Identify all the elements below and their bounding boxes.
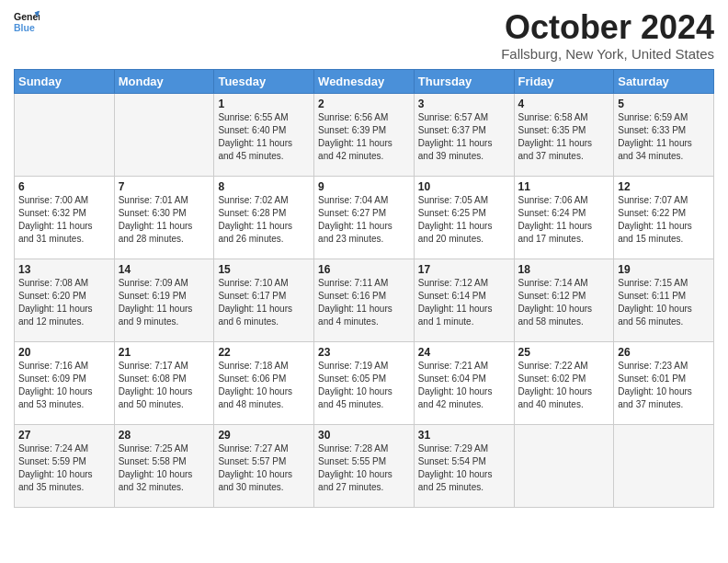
col-saturday: Saturday xyxy=(614,69,714,93)
day-number: 14 xyxy=(119,263,210,276)
logo: General Blue xyxy=(14,9,40,35)
day-number: 22 xyxy=(218,346,310,359)
day-number: 5 xyxy=(618,98,710,110)
calendar-cell: 26 Sunrise: 7:23 AMSunset: 6:01 PMDaylig… xyxy=(614,341,714,424)
day-info: Sunrise: 7:27 AMSunset: 5:57 PMDaylight:… xyxy=(218,443,292,492)
day-info: Sunrise: 6:59 AMSunset: 6:33 PMDaylight:… xyxy=(618,112,692,161)
day-info: Sunrise: 7:12 AMSunset: 6:14 PMDaylight:… xyxy=(418,278,493,327)
calendar-cell: 30 Sunrise: 7:28 AMSunset: 5:55 PMDaylig… xyxy=(314,424,415,507)
page: General Blue October 2024 Fallsburg, New… xyxy=(0,0,728,563)
day-info: Sunrise: 7:07 AMSunset: 6:22 PMDaylight:… xyxy=(618,195,692,244)
title-block: October 2024 Fallsburg, New York, United… xyxy=(501,9,714,62)
header: General Blue October 2024 Fallsburg, New… xyxy=(14,9,714,62)
day-info: Sunrise: 7:25 AMSunset: 5:58 PMDaylight:… xyxy=(119,443,193,492)
calendar-cell xyxy=(114,93,214,176)
day-number: 29 xyxy=(218,429,310,442)
day-info: Sunrise: 7:08 AMSunset: 6:20 PMDaylight:… xyxy=(18,278,93,327)
day-number: 25 xyxy=(518,346,610,359)
day-number: 13 xyxy=(18,263,110,276)
calendar-cell: 27 Sunrise: 7:24 AMSunset: 5:59 PMDaylig… xyxy=(15,424,115,507)
day-number: 15 xyxy=(218,263,310,276)
calendar-cell: 13 Sunrise: 7:08 AMSunset: 6:20 PMDaylig… xyxy=(15,259,115,341)
calendar-cell: 18 Sunrise: 7:14 AMSunset: 6:12 PMDaylig… xyxy=(514,259,614,341)
day-info: Sunrise: 7:29 AMSunset: 5:54 PMDaylight:… xyxy=(418,443,493,492)
calendar-cell: 28 Sunrise: 7:25 AMSunset: 5:58 PMDaylig… xyxy=(114,424,214,507)
calendar-cell: 29 Sunrise: 7:27 AMSunset: 5:57 PMDaylig… xyxy=(214,424,314,507)
calendar-cell: 9 Sunrise: 7:04 AMSunset: 6:27 PMDayligh… xyxy=(314,176,415,259)
calendar-cell: 11 Sunrise: 7:06 AMSunset: 6:24 PMDaylig… xyxy=(514,176,614,259)
day-number: 19 xyxy=(618,263,710,276)
day-info: Sunrise: 7:22 AMSunset: 6:02 PMDaylight:… xyxy=(518,361,593,409)
day-number: 27 xyxy=(18,429,110,442)
calendar-cell: 2 Sunrise: 6:56 AMSunset: 6:39 PMDayligh… xyxy=(314,93,415,176)
day-info: Sunrise: 7:09 AMSunset: 6:19 PMDaylight:… xyxy=(119,278,193,327)
calendar-cell: 22 Sunrise: 7:18 AMSunset: 6:06 PMDaylig… xyxy=(214,341,314,424)
calendar-week-3: 13 Sunrise: 7:08 AMSunset: 6:20 PMDaylig… xyxy=(15,259,714,341)
day-info: Sunrise: 7:05 AMSunset: 6:25 PMDaylight:… xyxy=(418,195,493,244)
day-info: Sunrise: 6:58 AMSunset: 6:35 PMDaylight:… xyxy=(518,112,593,161)
day-number: 16 xyxy=(318,263,410,276)
calendar-cell: 1 Sunrise: 6:55 AMSunset: 6:40 PMDayligh… xyxy=(214,93,314,176)
calendar-body: 1 Sunrise: 6:55 AMSunset: 6:40 PMDayligh… xyxy=(15,93,714,507)
day-info: Sunrise: 7:10 AMSunset: 6:17 PMDaylight:… xyxy=(218,278,292,327)
day-info: Sunrise: 7:14 AMSunset: 6:12 PMDaylight:… xyxy=(518,278,593,327)
day-number: 11 xyxy=(518,180,610,193)
day-info: Sunrise: 7:11 AMSunset: 6:16 PMDaylight:… xyxy=(318,278,392,327)
day-info: Sunrise: 7:19 AMSunset: 6:05 PMDaylight:… xyxy=(318,361,392,409)
day-info: Sunrise: 7:28 AMSunset: 5:55 PMDaylight:… xyxy=(318,443,392,492)
calendar-cell: 24 Sunrise: 7:21 AMSunset: 6:04 PMDaylig… xyxy=(414,341,514,424)
day-info: Sunrise: 7:06 AMSunset: 6:24 PMDaylight:… xyxy=(518,195,593,244)
calendar-cell: 31 Sunrise: 7:29 AMSunset: 5:54 PMDaylig… xyxy=(414,424,514,507)
col-thursday: Thursday xyxy=(414,69,514,93)
day-info: Sunrise: 7:04 AMSunset: 6:27 PMDaylight:… xyxy=(318,195,392,244)
day-number: 1 xyxy=(218,98,310,110)
day-number: 28 xyxy=(119,429,210,442)
day-number: 30 xyxy=(318,429,410,442)
calendar-cell: 20 Sunrise: 7:16 AMSunset: 6:09 PMDaylig… xyxy=(15,341,115,424)
day-info: Sunrise: 7:00 AMSunset: 6:32 PMDaylight:… xyxy=(18,195,93,244)
calendar-cell: 23 Sunrise: 7:19 AMSunset: 6:05 PMDaylig… xyxy=(314,341,415,424)
day-number: 21 xyxy=(119,346,210,359)
day-info: Sunrise: 6:57 AMSunset: 6:37 PMDaylight:… xyxy=(418,112,493,161)
calendar-table: Sunday Monday Tuesday Wednesday Thursday… xyxy=(14,69,714,508)
day-number: 6 xyxy=(18,180,110,193)
day-number: 10 xyxy=(418,180,510,193)
day-info: Sunrise: 7:23 AMSunset: 6:01 PMDaylight:… xyxy=(618,361,692,409)
calendar-title: October 2024 xyxy=(501,9,714,46)
day-number: 17 xyxy=(418,263,510,276)
day-number: 26 xyxy=(618,346,710,359)
calendar-cell: 4 Sunrise: 6:58 AMSunset: 6:35 PMDayligh… xyxy=(514,93,614,176)
day-info: Sunrise: 7:21 AMSunset: 6:04 PMDaylight:… xyxy=(418,361,493,409)
svg-text:Blue: Blue xyxy=(14,22,35,33)
day-info: Sunrise: 7:15 AMSunset: 6:11 PMDaylight:… xyxy=(618,278,692,327)
calendar-header: Sunday Monday Tuesday Wednesday Thursday… xyxy=(15,69,714,93)
calendar-cell: 10 Sunrise: 7:05 AMSunset: 6:25 PMDaylig… xyxy=(414,176,514,259)
calendar-cell: 8 Sunrise: 7:02 AMSunset: 6:28 PMDayligh… xyxy=(214,176,314,259)
col-friday: Friday xyxy=(514,69,614,93)
day-number: 31 xyxy=(418,429,510,442)
calendar-cell: 7 Sunrise: 7:01 AMSunset: 6:30 PMDayligh… xyxy=(114,176,214,259)
calendar-week-1: 1 Sunrise: 6:55 AMSunset: 6:40 PMDayligh… xyxy=(15,93,714,176)
col-wednesday: Wednesday xyxy=(314,69,415,93)
logo-icon: General Blue xyxy=(14,9,40,35)
day-number: 4 xyxy=(518,98,610,110)
calendar-cell: 3 Sunrise: 6:57 AMSunset: 6:37 PMDayligh… xyxy=(414,93,514,176)
day-number: 3 xyxy=(418,98,510,110)
calendar-cell: 19 Sunrise: 7:15 AMSunset: 6:11 PMDaylig… xyxy=(614,259,714,341)
header-row: Sunday Monday Tuesday Wednesday Thursday… xyxy=(15,69,714,93)
calendar-cell: 25 Sunrise: 7:22 AMSunset: 6:02 PMDaylig… xyxy=(514,341,614,424)
day-info: Sunrise: 7:02 AMSunset: 6:28 PMDaylight:… xyxy=(218,195,292,244)
col-sunday: Sunday xyxy=(15,69,115,93)
calendar-cell xyxy=(15,93,115,176)
calendar-cell: 5 Sunrise: 6:59 AMSunset: 6:33 PMDayligh… xyxy=(614,93,714,176)
day-number: 12 xyxy=(618,180,710,193)
day-info: Sunrise: 7:17 AMSunset: 6:08 PMDaylight:… xyxy=(119,361,193,409)
day-info: Sunrise: 6:56 AMSunset: 6:39 PMDaylight:… xyxy=(318,112,392,161)
day-number: 8 xyxy=(218,180,310,193)
col-tuesday: Tuesday xyxy=(214,69,314,93)
day-number: 7 xyxy=(119,180,210,193)
day-number: 9 xyxy=(318,180,410,193)
day-info: Sunrise: 7:01 AMSunset: 6:30 PMDaylight:… xyxy=(119,195,193,244)
calendar-week-4: 20 Sunrise: 7:16 AMSunset: 6:09 PMDaylig… xyxy=(15,341,714,424)
day-number: 23 xyxy=(318,346,410,359)
